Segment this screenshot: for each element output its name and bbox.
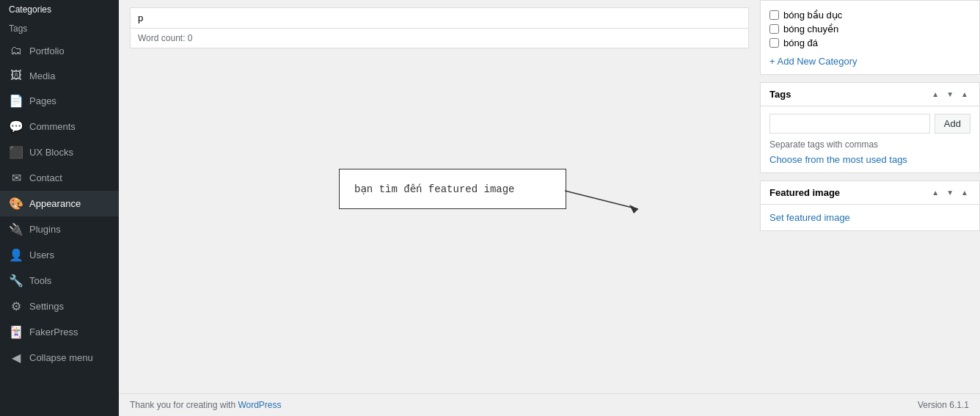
sidebar-item-label: Collapse menu [29,352,93,363]
tags-input-row: Add [769,114,970,134]
pages-icon: 📄 [9,94,23,108]
tags-panel-controls: ▲ ▼ ▲ [929,89,970,100]
sidebar-item-settings[interactable]: ⚙ Settings [0,293,119,319]
footer-credit: Thank you for creating with WordPress [130,400,282,410]
sidebar-item-label: FakerPress [29,326,78,337]
settings-icon: ⚙ [9,299,23,313]
media-icon: 🖼 [9,69,23,82]
users-icon: 👤 [9,248,23,262]
featured-image-drag-handle[interactable]: ▲ [959,187,970,198]
sidebar-item-label: Media [29,70,55,81]
sidebar-item-ux-blocks[interactable]: ⬛ UX Blocks [0,139,119,165]
content-area: p Word count: 0 bạn tìm đến featured ima… [119,0,980,393]
sidebar-item-label: Tools [29,275,51,286]
sidebar-item-label: Users [29,249,54,260]
category-checkbox-bong-bau-duc[interactable] [769,10,779,20]
sidebar-item-collapse[interactable]: ◀ Collapse menu [0,345,119,371]
featured-image-panel-header: Featured image ▲ ▼ ▲ [761,181,979,205]
sidebar-item-categories[interactable]: Categories [0,0,119,19]
sidebar-item-media[interactable]: 🖼 Media [0,63,119,88]
tags-panel-body: Add Separate tags with commas Choose fro… [761,106,979,172]
callout-box: bạn tìm đến featured image [339,169,566,209]
collapse-icon: ◀ [9,351,23,365]
plugins-icon: 🔌 [9,222,23,236]
category-label: bóng bầu dục [783,10,842,21]
callout-text: bạn tìm đến featured image [354,183,515,195]
featured-image-panel-body: Set featured image [761,205,979,230]
footer-credit-text: Thank you for creating with [130,400,238,410]
sidebar-item-label: Categories [9,4,51,15]
svg-marker-1 [629,205,638,214]
sidebar-item-label: UX Blocks [29,147,73,158]
categories-panel-body: bóng bầu dục bóng chuyền bóng đá + Add N… [761,1,979,74]
portfolio-icon: 🗂 [9,44,23,57]
category-label: bóng chuyền [783,23,838,34]
footer-credit-link[interactable]: WordPress [238,400,281,410]
tags-input[interactable] [769,114,930,134]
category-checkbox-bong-chuyen[interactable] [769,24,779,34]
sidebar-item-plugins[interactable]: 🔌 Plugins [0,216,119,242]
text-input[interactable]: p [130,7,749,28]
arrow-indicator [565,187,653,216]
tags-collapse-up-button[interactable]: ▲ [929,89,941,100]
tags-add-button[interactable]: Add [935,114,970,134]
tags-choose-link[interactable]: Choose from the most used tags [769,154,907,165]
featured-image-panel: Featured image ▲ ▼ ▲ Set featured image [760,180,980,231]
sidebar-item-label: Appearance [29,198,81,209]
sidebar: Categories Tags 🗂 Portfolio 🖼 Media 📄 Pa… [0,0,119,416]
sidebar-item-comments[interactable]: 💬 Comments [0,114,119,139]
svg-line-0 [565,191,638,209]
sidebar-item-contact[interactable]: ✉ Contact [0,165,119,191]
featured-image-collapse-up-button[interactable]: ▲ [929,187,941,198]
fakerpress-icon: 🃏 [9,325,23,339]
set-featured-image-link[interactable]: Set featured image [769,212,850,223]
word-count-bar: Word count: 0 [130,28,749,48]
ux-blocks-icon: ⬛ [9,145,23,159]
sidebar-item-label: Plugins [29,224,61,235]
sidebar-item-label: Contact [29,172,62,183]
sidebar-item-portfolio[interactable]: 🗂 Portfolio [0,38,119,63]
category-item-bong-bau-duc: bóng bầu dục [769,8,970,22]
sidebar-item-label: Tags [9,23,27,34]
editor-area: p Word count: 0 bạn tìm đến featured ima… [119,0,760,393]
sidebar-item-label: Portfolio [29,45,65,56]
sidebar-item-label: Comments [29,121,76,132]
featured-image-panel-title: Featured image [769,187,840,198]
tags-drag-handle[interactable]: ▲ [959,89,970,100]
main-content: p Word count: 0 bạn tìm đến featured ima… [119,0,980,416]
sidebar-item-label: Settings [29,301,64,312]
word-count-label: Word count: 0 [138,33,192,43]
page-footer: Thank you for creating with WordPress Ve… [119,393,980,416]
footer-version: Version 6.1.1 [918,400,969,410]
contact-icon: ✉ [9,171,23,185]
featured-image-collapse-down-button[interactable]: ▼ [944,187,956,198]
category-label: bóng đá [783,37,818,48]
sidebar-item-tools[interactable]: 🔧 Tools [0,268,119,293]
appearance-icon: 🎨 [9,197,23,211]
comments-icon: 💬 [9,120,23,134]
tags-help-text: Separate tags with commas [769,139,970,150]
add-category-link[interactable]: + Add New Category [769,56,970,67]
tools-icon: 🔧 [9,274,23,288]
tags-panel-header: Tags ▲ ▼ ▲ [761,83,979,106]
right-sidebar: bóng bầu dục bóng chuyền bóng đá + Add N… [760,0,980,393]
category-item-bong-chuyen: bóng chuyền [769,22,970,36]
sidebar-item-tags[interactable]: Tags [0,19,119,38]
tags-collapse-down-button[interactable]: ▼ [944,89,956,100]
featured-image-panel-controls: ▲ ▼ ▲ [929,187,970,198]
sidebar-item-users[interactable]: 👤 Users [0,242,119,268]
tags-panel: Tags ▲ ▼ ▲ Add Separate tags with commas… [760,82,980,173]
sidebar-item-fakerpress[interactable]: 🃏 FakerPress [0,319,119,345]
categories-panel: bóng bầu dục bóng chuyền bóng đá + Add N… [760,0,980,75]
sidebar-item-pages[interactable]: 📄 Pages [0,88,119,114]
category-checkbox-bong-da[interactable] [769,38,779,48]
sidebar-item-appearance[interactable]: 🎨 Appearance [0,191,119,216]
category-item-bong-da: bóng đá [769,36,970,50]
sidebar-item-label: Pages [29,95,56,106]
tags-panel-title: Tags [769,89,791,100]
